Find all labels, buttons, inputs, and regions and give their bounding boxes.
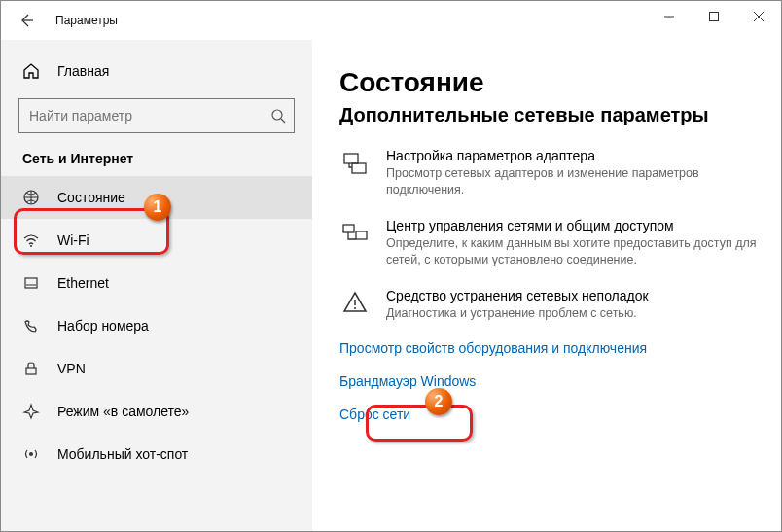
nav-item-vpn[interactable]: VPN (1, 347, 312, 390)
minimize-icon (664, 12, 674, 21)
nav-item-dialup[interactable]: Набор номера (1, 304, 312, 347)
link-network-reset[interactable]: Сброс сети (339, 407, 762, 422)
nav-item-status[interactable]: Состояние (1, 176, 312, 219)
setting-desc: Определите, к каким данным вы хотите пре… (386, 235, 762, 268)
search-input-container[interactable] (18, 98, 295, 133)
maximize-button[interactable] (692, 1, 736, 32)
close-button[interactable] (736, 1, 781, 32)
section-title: Дополнительные сетевые параметры (339, 104, 762, 126)
titlebar: Параметры (1, 1, 781, 40)
setting-adapter[interactable]: Настройка параметров адаптера Просмотр с… (339, 148, 762, 198)
setting-desc: Диагностика и устранение проблем с сетью… (386, 305, 762, 322)
svg-point-1 (272, 110, 282, 120)
nav-item-airplane[interactable]: Режим «в самолете» (1, 390, 312, 433)
link-hw-properties[interactable]: Просмотр свойств оборудования и подключе… (339, 340, 762, 356)
vpn-icon (22, 360, 40, 377)
nav-label: Мобильный хот-спот (57, 446, 188, 462)
ethernet-icon (22, 274, 40, 292)
sidebar: Главная Сеть и Интернет Состояние Wi-Fi (1, 40, 312, 531)
svg-rect-0 (710, 13, 719, 21)
setting-title: Настройка параметров адаптера (386, 148, 762, 163)
maximize-icon (709, 12, 719, 21)
nav-label: VPN (57, 361, 86, 376)
svg-point-11 (354, 307, 356, 309)
sharing-icon (339, 220, 371, 251)
body: Главная Сеть и Интернет Состояние Wi-Fi (1, 40, 781, 531)
home-nav[interactable]: Главная (1, 50, 312, 92)
svg-rect-10 (356, 231, 367, 239)
nav-item-hotspot[interactable]: Мобильный хот-спот (1, 433, 312, 476)
page-title: Состояние (339, 67, 762, 98)
nav-item-wifi[interactable]: Wi-Fi (1, 219, 312, 262)
search-icon (270, 108, 286, 124)
back-button[interactable] (13, 7, 40, 34)
arrow-left-icon (18, 13, 34, 28)
settings-window: Параметры Главная (0, 0, 782, 532)
nav-label: Набор номера (57, 318, 149, 334)
setting-title: Центр управления сетями и общим доступом (386, 218, 762, 233)
nav-label: Режим «в самолете» (57, 404, 189, 419)
search-input[interactable] (29, 108, 270, 124)
nav-label: Ethernet (57, 275, 109, 291)
svg-rect-4 (25, 278, 37, 288)
nav-item-ethernet[interactable]: Ethernet (1, 262, 312, 304)
home-label: Главная (57, 63, 109, 79)
section-header: Сеть и Интернет (1, 151, 312, 176)
app-title: Параметры (55, 14, 118, 27)
svg-rect-9 (343, 225, 354, 232)
svg-rect-7 (344, 154, 358, 163)
svg-point-6 (29, 452, 33, 456)
link-firewall[interactable]: Брандмауэр Windows (339, 373, 762, 389)
setting-sharing-center[interactable]: Центр управления сетями и общим доступом… (339, 218, 762, 268)
setting-troubleshoot[interactable]: Средство устранения сетевых неполадок Ди… (339, 288, 762, 322)
wifi-icon (22, 231, 40, 249)
svg-rect-5 (26, 368, 36, 374)
dialup-icon (22, 317, 40, 335)
window-controls (647, 1, 781, 32)
nav-label: Wi-Fi (57, 232, 89, 248)
home-icon (22, 62, 40, 80)
svg-rect-8 (352, 163, 366, 173)
setting-desc: Просмотр сетевых адаптеров и изменение п… (386, 165, 762, 198)
nav-label: Состояние (57, 190, 125, 205)
close-icon (754, 12, 764, 21)
hotspot-icon (22, 445, 40, 463)
minimize-button[interactable] (647, 1, 692, 32)
svg-point-3 (30, 245, 32, 247)
content-pane: Состояние Дополнительные сетевые парамет… (312, 40, 781, 531)
airplane-icon (22, 403, 40, 420)
adapter-icon (339, 150, 371, 181)
warning-icon (339, 290, 371, 321)
setting-title: Средство устранения сетевых неполадок (386, 288, 762, 303)
globe-icon (22, 189, 40, 206)
